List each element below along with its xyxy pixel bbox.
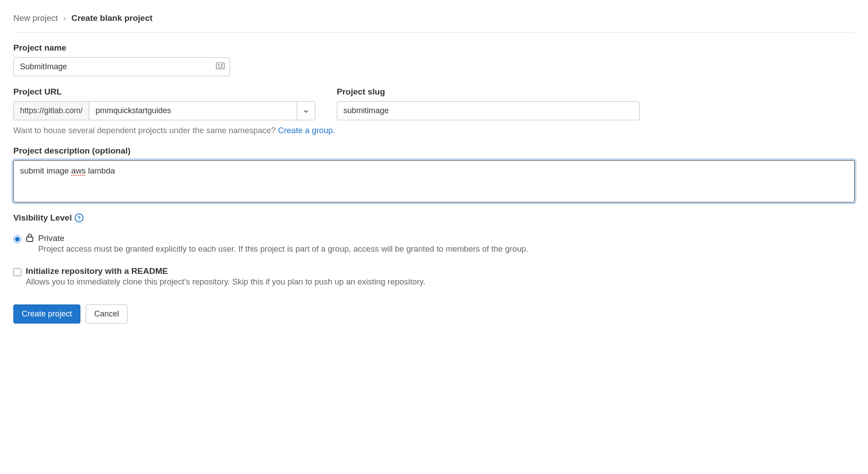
svg-point-1 [218,64,219,66]
button-row: Create project Cancel [13,304,855,324]
visibility-private-radio[interactable] [13,235,21,243]
chevron-down-icon [303,106,309,115]
readme-desc: Allows you to immediately clone this pro… [26,277,426,287]
create-project-button[interactable]: Create project [13,304,80,324]
card-icon [216,62,225,71]
project-slug-label: Project slug [337,87,855,97]
namespace-select[interactable]: pmmquickstartguides [89,101,297,120]
breadcrumb-separator: › [63,13,66,23]
help-icon[interactable]: ? [75,213,84,222]
visibility-private-title: Private [38,233,855,243]
breadcrumb: New project › Create blank project [13,13,855,32]
description-wrapper: submit image aws lambda [13,160,855,202]
url-prefix: https://gitlab.com/ [13,101,89,120]
breadcrumb-parent[interactable]: New project [13,13,58,23]
readme-checkbox[interactable] [13,268,21,276]
visibility-label: Visibility Level ? [13,213,84,223]
readme-block: Initialize repository with a README Allo… [26,266,426,287]
project-name-input[interactable] [13,57,230,76]
readme-row: Initialize repository with a README Allo… [13,266,855,287]
project-name-label: Project name [13,43,855,53]
group-hint: Want to house several dependent projects… [13,126,855,135]
breadcrumb-current: Create blank project [72,13,153,23]
visibility-private-row: Private Project access must be granted e… [13,233,855,254]
cancel-button[interactable]: Cancel [86,304,127,324]
namespace-dropdown-button[interactable] [297,101,315,120]
project-name-wrapper [13,57,230,76]
svg-rect-0 [216,63,224,69]
description-label: Project description (optional) [13,146,855,156]
visibility-private-block: Private Project access must be granted e… [38,233,855,254]
svg-rect-5 [27,237,33,241]
project-url-label: Project URL [13,87,315,97]
description-textarea[interactable]: submit image aws lambda [13,160,855,202]
project-slug-input[interactable] [337,101,640,120]
readme-title: Initialize repository with a README [26,266,426,276]
project-url-group: https://gitlab.com/ pmmquickstartguides [13,101,315,120]
create-group-link[interactable]: Create a group. [278,126,335,135]
group-hint-text: Want to house several dependent projects… [13,126,278,135]
visibility-private-desc: Project access must be granted explicitl… [38,244,855,254]
lock-icon [26,233,34,242]
